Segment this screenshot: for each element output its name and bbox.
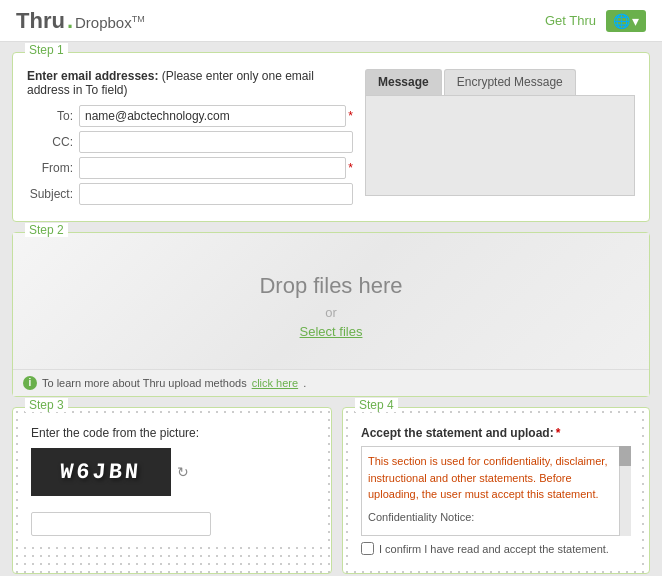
subject-input-wrap bbox=[79, 183, 353, 205]
subject-input[interactable] bbox=[79, 183, 353, 205]
step4-label: Step 4 bbox=[355, 398, 398, 412]
from-input[interactable] bbox=[79, 157, 346, 179]
step1-box: Step 1 Enter email addresses: (Please en… bbox=[12, 52, 650, 222]
to-label: To: bbox=[27, 109, 79, 123]
step4-box: Step 4 Accept the statement and upload:*… bbox=[342, 407, 650, 574]
tab-message[interactable]: Message bbox=[365, 69, 442, 95]
get-thru-link[interactable]: Get Thru bbox=[545, 13, 596, 28]
select-files-link[interactable]: Select files bbox=[300, 324, 363, 339]
step1-left: Enter email addresses: (Please enter onl… bbox=[27, 69, 353, 209]
from-input-wrap: * bbox=[79, 157, 353, 179]
step1-label: Step 1 bbox=[25, 43, 68, 57]
step4-scroll-area[interactable]: This section is used for confidentiality… bbox=[361, 446, 631, 536]
from-row: From: * bbox=[27, 157, 353, 179]
from-label: From: bbox=[27, 161, 79, 175]
step3-box: Step 3 Enter the code from the picture: … bbox=[12, 407, 332, 574]
step3-label: Step 3 bbox=[25, 398, 68, 412]
cc-input-wrap bbox=[79, 131, 353, 153]
message-tabs: Message Encrypted Message bbox=[365, 69, 635, 96]
captcha-text: W6JBN bbox=[59, 460, 142, 485]
logo: Thru . DropboxTM bbox=[16, 8, 145, 34]
message-textarea[interactable] bbox=[365, 96, 635, 196]
cc-row: CC: bbox=[27, 131, 353, 153]
checkbox-label[interactable]: I confirm I have read and accept the sta… bbox=[379, 543, 609, 555]
header: Thru . DropboxTM Get Thru 🌐 ▾ bbox=[0, 0, 662, 42]
captcha-image: W6JBN ↻ bbox=[31, 448, 171, 496]
drop-or-text: or bbox=[33, 305, 629, 320]
scrollbar-thumb[interactable] bbox=[619, 446, 631, 466]
instruction-bold: Enter email addresses: bbox=[27, 69, 158, 83]
drop-files-text: Drop files here bbox=[33, 273, 629, 299]
captcha-input[interactable] bbox=[31, 512, 211, 536]
main-content: Step 1 Enter email addresses: (Please en… bbox=[0, 42, 662, 576]
accept-checkbox[interactable] bbox=[361, 542, 374, 555]
captcha-refresh-icon[interactable]: ↻ bbox=[177, 464, 189, 480]
captcha-label: Enter the code from the picture: bbox=[31, 426, 313, 440]
step4-required: * bbox=[556, 426, 561, 440]
to-required: * bbox=[348, 109, 353, 123]
info-text: To learn more about Thru upload methods bbox=[42, 377, 247, 389]
globe-language-button[interactable]: 🌐 ▾ bbox=[606, 10, 646, 32]
info-icon: i bbox=[23, 376, 37, 390]
scrollbar-track bbox=[619, 446, 631, 536]
step3-content: Enter the code from the picture: W6JBN ↻ bbox=[21, 416, 323, 546]
step1-instruction: Enter email addresses: (Please enter onl… bbox=[27, 69, 353, 97]
step1-right: Message Encrypted Message bbox=[365, 69, 635, 209]
globe-icon: 🌐 bbox=[613, 13, 630, 29]
drop-zone[interactable]: Drop files here or Select files bbox=[13, 233, 649, 369]
step2-label: Step 2 bbox=[25, 223, 68, 237]
step4-body-text: This section is used for confidentiality… bbox=[368, 455, 607, 500]
step1-inner: Enter email addresses: (Please enter onl… bbox=[27, 69, 635, 209]
chevron-down-icon: ▾ bbox=[632, 13, 639, 29]
subject-label: Subject: bbox=[27, 187, 79, 201]
step4-accept-label: Accept the statement and upload:* bbox=[361, 426, 631, 440]
logo-thru: Thru bbox=[16, 8, 65, 34]
to-row: To: * bbox=[27, 105, 353, 127]
step1-content: Enter email addresses: (Please enter onl… bbox=[13, 53, 649, 221]
subject-row: Subject: bbox=[27, 183, 353, 205]
cc-input[interactable] bbox=[79, 131, 353, 153]
from-required: * bbox=[348, 161, 353, 175]
logo-dropbox: DropboxTM bbox=[75, 14, 145, 31]
info-bar: i To learn more about Thru upload method… bbox=[13, 369, 649, 396]
steps-34-row: Step 3 Enter the code from the picture: … bbox=[12, 407, 650, 576]
step4-section-title: Confidentiality Notice: bbox=[368, 509, 624, 526]
step4-content: Accept the statement and upload:* This s… bbox=[351, 416, 641, 565]
logo-dot: . bbox=[67, 8, 73, 34]
to-input[interactable] bbox=[79, 105, 346, 127]
step4-scroll-wrapper: This section is used for confidentiality… bbox=[361, 446, 631, 536]
checkbox-row: I confirm I have read and accept the sta… bbox=[361, 542, 631, 555]
click-here-link[interactable]: click here bbox=[252, 377, 298, 389]
tab-encrypted-message[interactable]: Encrypted Message bbox=[444, 69, 576, 95]
step2-box: Step 2 Drop files here or Select files i… bbox=[12, 232, 650, 397]
header-right: Get Thru 🌐 ▾ bbox=[545, 10, 646, 32]
info-suffix: . bbox=[303, 377, 306, 389]
cc-label: CC: bbox=[27, 135, 79, 149]
to-input-wrap: * bbox=[79, 105, 353, 127]
